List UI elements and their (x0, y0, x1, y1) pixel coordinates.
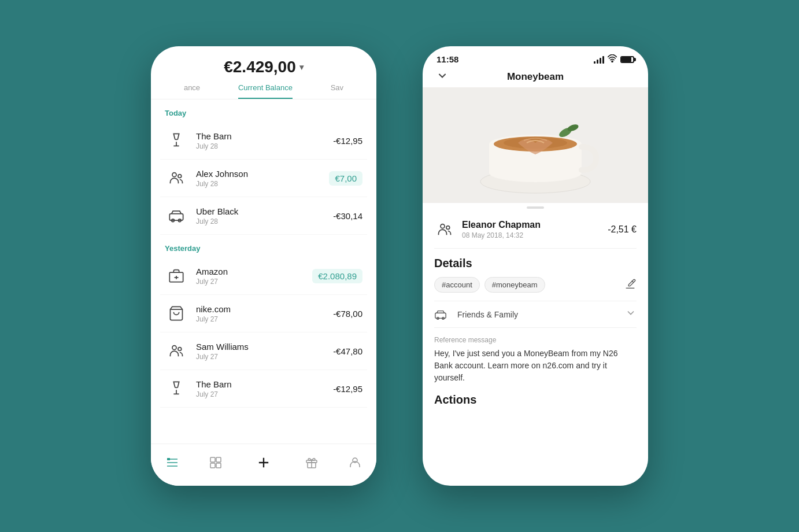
wine-glass-icon (165, 129, 188, 152)
svg-point-28 (612, 61, 613, 62)
category-label: Friends & Family (457, 310, 625, 319)
table-row[interactable]: Uber Black July 28 -€30,14 (160, 197, 367, 235)
svg-rect-19 (210, 457, 215, 462)
svg-rect-18 (167, 458, 170, 460)
phone-left: €2.429,00 ▾ ance Current Balance Sav (151, 46, 376, 486)
transaction-info: Uber Black July 28 (196, 206, 333, 226)
transaction-amount: -€30,14 (333, 211, 362, 221)
battery-icon (620, 56, 634, 63)
status-bar: 11:58 (423, 46, 648, 69)
section-yesterday: Yesterday (160, 235, 367, 257)
tab-savings[interactable]: Sav (331, 83, 343, 99)
transaction-amount: -€12,95 (333, 384, 362, 394)
table-row[interactable]: Sam Williams July 27 -€47,80 (160, 332, 367, 370)
svg-rect-22 (216, 463, 221, 468)
nav-grid[interactable] (209, 456, 223, 470)
car-icon (165, 204, 188, 227)
reference-label: Reference message (434, 336, 637, 344)
balance-value: €2.429,00 (224, 58, 296, 76)
transaction-date: July 28 (196, 180, 329, 188)
transaction-date: July 27 (196, 315, 333, 323)
transaction-name: The Barn (196, 131, 333, 141)
transaction-date: July 27 (196, 353, 333, 361)
people-icon (165, 167, 188, 190)
svg-point-12 (178, 348, 182, 351)
detail-section: Eleanor Chapman 08 May 2018, 14:32 -2,51… (423, 212, 648, 486)
top-nav: Moneybeam (423, 69, 648, 87)
table-row[interactable]: Amazon July 27 €2.080,89 (160, 257, 367, 295)
signal-bar-4 (602, 56, 604, 64)
transaction-amount: -€47,80 (333, 346, 362, 356)
details-heading: Details (434, 257, 637, 270)
section-today: Today (160, 99, 367, 122)
svg-point-11 (172, 346, 176, 350)
nav-list[interactable] (165, 456, 179, 470)
transaction-datetime: 08 May 2018, 14:32 (462, 231, 608, 239)
box-icon (165, 264, 188, 287)
balance-header: €2.429,00 ▾ ance Current Balance Sav (151, 46, 376, 99)
coffee-image (423, 87, 648, 203)
signal-bar-3 (600, 58, 601, 64)
svg-rect-20 (216, 457, 221, 462)
tab-available-balance[interactable]: ance (184, 83, 200, 99)
bottom-nav (151, 444, 376, 486)
svg-point-2 (172, 173, 176, 177)
transaction-date: July 27 (196, 278, 312, 286)
phone-right: 11:58 (423, 46, 648, 486)
back-button[interactable] (437, 70, 448, 84)
car-icon (434, 308, 453, 321)
transaction-amount: -€12,95 (333, 136, 362, 146)
table-row[interactable]: The Barn July 27 -€12,95 (160, 370, 367, 408)
transactions-list: Today The Barn July 28 -€12,95 (151, 99, 376, 444)
balance-tabs: ance Current Balance Sav (165, 83, 362, 99)
transaction-amount-positive: €2.080,89 (312, 269, 362, 283)
phones-container: €2.429,00 ▾ ance Current Balance Sav (151, 46, 648, 486)
svg-point-37 (441, 224, 445, 228)
table-row[interactable]: Alex Johnson July 28 €7,00 (160, 160, 367, 197)
nav-add[interactable] (252, 451, 275, 474)
signal-bar-1 (594, 61, 595, 64)
transaction-info: nike.com July 27 (196, 304, 333, 323)
balance-dropdown-arrow[interactable]: ▾ (299, 62, 304, 72)
payee-name: Eleanor Chapman (462, 220, 608, 230)
screen-title: Moneybeam (507, 71, 564, 83)
transaction-name: The Barn (196, 379, 333, 389)
svg-point-38 (446, 226, 450, 230)
table-row[interactable]: nike.com July 27 -€78,00 (160, 295, 367, 332)
category-row[interactable]: Friends & Family (434, 301, 637, 328)
chevron-down-icon[interactable] (625, 307, 637, 322)
transaction-name: Uber Black (196, 206, 333, 216)
transaction-amount: -2,51 € (608, 224, 637, 235)
transaction-name: nike.com (196, 304, 333, 314)
nav-gift[interactable] (305, 456, 319, 470)
signal-bars-icon (594, 56, 604, 64)
status-time: 11:58 (437, 54, 458, 64)
transaction-info: Sam Williams July 27 (196, 342, 333, 361)
tag-edit-icon[interactable] (624, 278, 637, 293)
people-icon (165, 339, 188, 363)
nav-profile[interactable] (348, 456, 362, 470)
tag-moneybeam[interactable]: #moneybeam (484, 277, 545, 293)
reference-text: Hey, I've just send you a MoneyBeam from… (434, 348, 637, 384)
tag-account[interactable]: #account (434, 277, 480, 293)
cart-icon (165, 302, 188, 325)
wifi-icon (608, 54, 617, 64)
tags-row: #account #moneybeam (434, 277, 637, 293)
detail-transaction: Eleanor Chapman 08 May 2018, 14:32 -2,51… (434, 219, 637, 249)
transaction-info: The Barn July 27 (196, 379, 333, 398)
status-icons (594, 54, 634, 64)
svg-point-3 (178, 175, 182, 178)
transaction-name: Sam Williams (196, 342, 333, 352)
transaction-info: Alex Johnson July 28 (196, 169, 329, 188)
tab-current-balance[interactable]: Current Balance (238, 83, 293, 99)
table-row[interactable]: The Barn July 28 -€12,95 (160, 122, 367, 160)
transaction-info: Amazon July 27 (196, 267, 312, 286)
svg-rect-21 (210, 463, 215, 468)
actions-heading: Actions (434, 393, 637, 407)
transaction-date: July 27 (196, 390, 333, 398)
balance-amount[interactable]: €2.429,00 ▾ (165, 58, 362, 76)
wine-glass-icon (165, 377, 188, 400)
signal-bar-2 (597, 60, 598, 64)
transaction-info: The Barn July 28 (196, 131, 333, 150)
transaction-date: July 28 (196, 217, 333, 226)
